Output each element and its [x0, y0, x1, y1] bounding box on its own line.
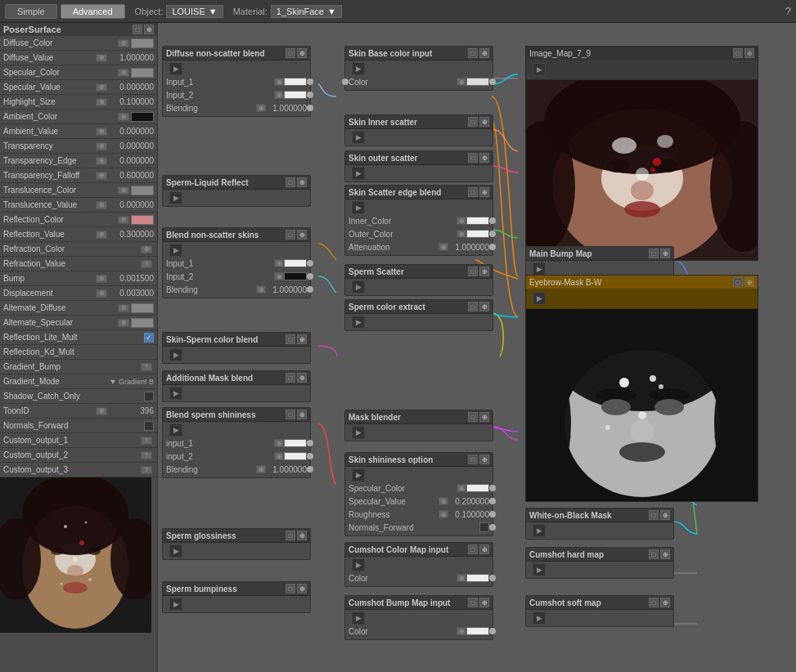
node-close[interactable]: ⊕: [479, 267, 489, 276]
port-swatch[interactable]: [466, 574, 489, 582]
port-swatch[interactable]: [466, 217, 489, 225]
prop-transparency[interactable]: Transparency ⊕ 0.000000: [0, 139, 157, 154]
port-swatch[interactable]: [284, 452, 307, 460]
port-input2[interactable]: input_2 ⊕: [163, 450, 310, 463]
node-sperm-glossiness[interactable]: Sperm glossiness □ ⊕ ▶: [162, 528, 311, 560]
node-collapse[interactable]: □: [286, 334, 295, 344]
prop-translucence-color[interactable]: Translucence_Color ⊕: [0, 183, 157, 198]
prop-gradient-mode[interactable]: Gradient_Mode ▼ Gradient B: [0, 374, 157, 389]
node-mask-blender[interactable]: Mask blender □ ⊕ ▶: [344, 410, 493, 441]
prop-custom-output-2[interactable]: Custom_output_2 ?: [0, 448, 157, 463]
node-skin-shininess[interactable]: Skin shininess option □ ⊕ ▶ Specular_Col…: [344, 452, 493, 536]
port-swatch[interactable]: [284, 439, 307, 447]
port-dot[interactable]: [307, 273, 313, 280]
object-dropdown[interactable]: LOUISE ▼: [166, 5, 223, 18]
canvas-area[interactable]: Diffuse non-scatter blend □ ⊕ ▶ Input_1 …: [158, 23, 796, 672]
node-sperm-bumpiness[interactable]: Sperm bumpiness □ ⊕ ▶: [162, 581, 311, 613]
node-close[interactable]: ⊕: [479, 302, 489, 311]
prop-specular-value[interactable]: Specular_Value ⊕ 0.000000: [0, 80, 157, 95]
prop-highlight-size[interactable]: Highlight_Size ⊕ 0.100000: [0, 95, 157, 110]
prop-ambient-value[interactable]: Ambient_Value ⊕ 0.000000: [0, 124, 157, 139]
node-collapse[interactable]: □: [733, 277, 743, 287]
node-collapse[interactable]: □: [649, 549, 659, 559]
port-swatch[interactable]: [466, 627, 489, 635]
node-blend-non-scatter[interactable]: Blend non-scatter skins □ ⊕ ▶ Input_1 ⊕ …: [162, 227, 311, 298]
prop-diffuse-value[interactable]: Diffuse_Value ⊕ 1.000000: [0, 51, 157, 65]
prop-alt-diffuse[interactable]: Alternate_Diffuse ⊕: [0, 301, 157, 316]
prop-refraction-value[interactable]: Refraction_Value ?: [0, 257, 157, 271]
port-dot[interactable]: [489, 485, 496, 491]
port-swatch[interactable]: [284, 78, 307, 86]
node-skin-sperm-blend[interactable]: Skin-Sperm color blend □ ⊕ ▶: [162, 332, 311, 364]
node-collapse[interactable]: □: [286, 531, 295, 540]
node-collapse[interactable]: □: [468, 187, 478, 197]
port-dot[interactable]: [489, 498, 496, 504]
port-input2[interactable]: Input_2 ⊕: [163, 88, 310, 101]
port-dot[interactable]: [342, 78, 349, 85]
prop-toon-id[interactable]: ToonID ⊕ 396: [0, 404, 157, 419]
node-close[interactable]: ⊕: [479, 455, 489, 464]
node-eyebrow-mask[interactable]: Eyebrow-Mask B-W □ ⊕ ▶: [525, 275, 758, 502]
node-close[interactable]: ⊕: [660, 549, 670, 559]
node-main-bump[interactable]: Main Bump Map □ ⊕ ▶: [525, 246, 674, 278]
color-swatch[interactable]: [131, 38, 154, 48]
node-close[interactable]: ⊕: [744, 48, 754, 58]
node-close[interactable]: ⊕: [297, 230, 307, 240]
prop-custom-output-3[interactable]: Custom_output_3 ?: [0, 463, 157, 477]
node-close[interactable]: ⊕: [479, 48, 489, 58]
shadow-catch-checkbox[interactable]: [144, 392, 154, 401]
port-dot[interactable]: [489, 78, 496, 85]
node-sperm-scatter[interactable]: Sperm Scatter □ ⊕ ▶: [344, 264, 493, 296]
prop-shadow-catch[interactable]: Shadow_Catch_Only: [0, 389, 157, 404]
panel-collapse-btn[interactable]: □: [133, 25, 142, 34]
port-dot[interactable]: [489, 217, 496, 224]
port-swatch[interactable]: [284, 272, 307, 280]
port-dot[interactable]: [307, 260, 313, 267]
node-collapse[interactable]: □: [468, 302, 478, 311]
prop-transparency-falloff[interactable]: Transparency_Falloff ⊕ 0.600000: [0, 168, 157, 183]
port-swatch[interactable]: [284, 259, 307, 267]
prop-refraction-color[interactable]: Refraction_Color ⊕: [0, 242, 157, 257]
node-cumshot-bump[interactable]: Cumshot Bump Map input □ ⊕ ▶ Color ⊕: [344, 595, 493, 640]
port-swatch[interactable]: [284, 91, 307, 99]
port-swatch[interactable]: [466, 78, 489, 86]
node-image-map[interactable]: Image_Map_7_9 □ ⊕ ▶: [525, 46, 758, 261]
node-close[interactable]: ⊕: [660, 249, 670, 258]
node-collapse[interactable]: □: [733, 48, 743, 58]
reflection-lite-checkbox[interactable]: ✓: [144, 333, 154, 343]
node-close[interactable]: ⊕: [297, 584, 307, 594]
node-collapse[interactable]: □: [468, 412, 478, 422]
port-input2[interactable]: Input_2 ⊕: [163, 270, 310, 283]
normals-forward-checkbox[interactable]: [144, 421, 154, 431]
node-additional-mask[interactable]: Additional Mask blend □ ⊕ ▶: [162, 370, 311, 402]
node-close[interactable]: ⊕: [479, 544, 489, 554]
color-swatch[interactable]: [131, 186, 154, 195]
node-cumshot-hard[interactable]: Cumshot hard map □ ⊕ ▶: [525, 547, 674, 579]
prop-bump[interactable]: Bump ⊕ 0.001500: [0, 271, 157, 286]
node-skin-outer[interactable]: Skin outer scatter □ ⊕ ▶: [344, 150, 493, 182]
node-cumshot-color[interactable]: Cumshot Color Map input □ ⊕ ▶ Color ⊕: [344, 542, 493, 587]
node-collapse[interactable]: □: [286, 410, 295, 419]
port-dot[interactable]: [307, 440, 313, 446]
prop-reflection-color[interactable]: Reflection_Color ⊕: [0, 213, 157, 227]
prop-diffuse-color[interactable]: Diffuse_Color ⊕: [0, 36, 157, 51]
port-input1[interactable]: Input_1 ⊕: [163, 257, 310, 270]
node-collapse[interactable]: □: [286, 177, 295, 187]
color-swatch[interactable]: [131, 215, 154, 225]
node-collapse[interactable]: □: [649, 598, 659, 607]
color-swatch[interactable]: [131, 68, 154, 78]
port-inner-color[interactable]: Inner_Color ⊕: [345, 214, 492, 227]
color-swatch[interactable]: [131, 112, 154, 122]
material-dropdown[interactable]: 1_SkinFace ▼: [271, 5, 342, 18]
port-specular-value[interactable]: Specular_Value ⊕ 0.200000: [345, 495, 492, 508]
node-close[interactable]: ⊕: [297, 334, 307, 344]
node-collapse[interactable]: □: [468, 455, 478, 464]
port-outer-color[interactable]: Outer_Color ⊕: [345, 227, 492, 240]
port-dot[interactable]: [307, 466, 313, 473]
port-swatch[interactable]: [466, 484, 489, 492]
node-collapse[interactable]: □: [468, 598, 478, 607]
node-skin-inner[interactable]: Skin Inner scatter □ ⊕ ▶: [344, 114, 493, 146]
node-collapse[interactable]: □: [286, 373, 295, 383]
port-dot[interactable]: [307, 105, 313, 111]
color-swatch[interactable]: [131, 303, 154, 313]
